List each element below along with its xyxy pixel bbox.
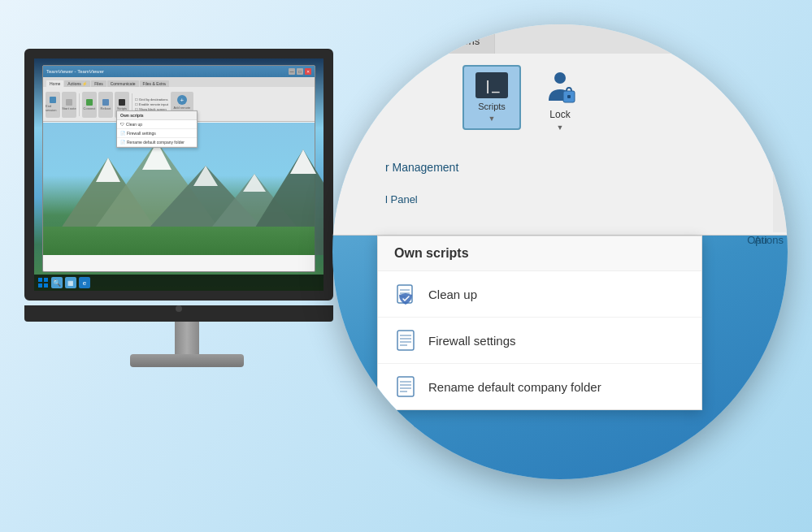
mini-tab-extra: Files & Extra: [140, 80, 169, 87]
scripts-label: Scripts: [478, 102, 506, 111]
svg-rect-13: [44, 283, 48, 288]
mini-connect: Connect: [82, 92, 97, 118]
shield-doc-icon: [394, 282, 417, 306]
monitor-stand-base: [130, 354, 244, 367]
scroll-mid-arrow[interactable]: ▼: [777, 68, 784, 76]
svg-point-35: [495, 414, 576, 447]
lock-button[interactable]: Lock ▼: [532, 65, 588, 138]
screen-taskbar: 🔍 ▦ e: [34, 275, 323, 291]
monitor-stand-neck: [175, 322, 199, 354]
scripts-button-group: |_ Scripts ▼: [462, 65, 521, 130]
svg-rect-11: [44, 278, 48, 282]
taskbar-task-icon: ▦: [65, 277, 76, 288]
lock-label: Lock: [549, 109, 570, 120]
lightning-icon: ⚡: [425, 33, 441, 49]
mini-dd-cleanup: 🛡Clean up: [117, 120, 197, 129]
firewall-icon-wrap: [394, 329, 417, 352]
svg-marker-8: [243, 174, 266, 192]
svg-marker-5: [96, 158, 120, 182]
svg-marker-9: [290, 149, 316, 174]
circle-zoom: Home ⚡ Actions rompt ▲ ▼ ▼ r Management …: [332, 24, 788, 479]
scroll-down-arrow[interactable]: ▼: [777, 80, 784, 88]
mini-close-btn: ✕: [305, 68, 311, 75]
terminal-icon: |_: [475, 72, 508, 98]
mini-tab-files: Files: [91, 80, 106, 87]
monitor-power-led: [176, 305, 182, 312]
taskbar-search-icon: 🔍: [51, 277, 63, 288]
svg-rect-16: [567, 95, 571, 98]
management-partial: r Management: [385, 161, 458, 174]
mini-dd-firewall: 📄Firewall settings: [117, 129, 197, 138]
firewall-label: Firewall settings: [428, 334, 516, 348]
svg-rect-26: [397, 377, 414, 396]
tab-actions-label: Actions: [445, 35, 480, 47]
tab-home[interactable]: Home: [349, 31, 408, 54]
mini-dd-title: Own scripts: [117, 111, 197, 120]
mini-tab-home: Home: [46, 80, 63, 87]
svg-point-14: [554, 72, 566, 84]
mini-title: TeamViewer - TeamViewer: [46, 69, 104, 74]
mini-start-note: Start note: [62, 92, 76, 118]
person-lock-icon: [542, 71, 578, 106]
svg-rect-10: [38, 278, 42, 282]
firewall-doc-icon: [395, 329, 416, 352]
scroll-up-arrow[interactable]: ▲: [777, 57, 784, 65]
dropdown-item-cleanup[interactable]: Clean up: [378, 271, 701, 318]
mini-tab-comm: Communicate: [107, 80, 139, 87]
mini-titlebar: TeamViewer - TeamViewer — □ ✕: [43, 66, 315, 77]
lock-svg: [542, 71, 578, 106]
taskbar-edge-icon: e: [79, 277, 90, 288]
ribbon-area: Home ⚡ Actions rompt ▲ ▼ ▼ r Management …: [332, 24, 788, 236]
monitor-bezel-bottom: [24, 305, 333, 322]
tab-actions[interactable]: ⚡ Actions: [410, 28, 496, 54]
mini-minimize-btn: —: [289, 68, 295, 75]
dropdown-panel: Own scripts Clean up: [377, 236, 702, 410]
dropdown-title: Own scripts: [378, 236, 701, 271]
control-panel-partial: l Panel: [385, 193, 418, 205]
ribbon-content: rompt ▲ ▼ ▼ r Management l Panel |_ Scri…: [332, 54, 788, 236]
ribbon-tabs: Home ⚡ Actions: [332, 24, 788, 54]
scripts-button[interactable]: |_ Scripts ▼: [462, 65, 521, 130]
mini-dropdown: Own scripts 🛡Clean up 📄Firewall settings…: [116, 110, 198, 148]
cleanup-label: Clean up: [428, 288, 477, 301]
rename-icon-wrap: [394, 375, 417, 398]
valley: [43, 227, 315, 255]
svg-rect-12: [38, 283, 42, 288]
mini-tab-actions: Actions ⚡: [64, 80, 90, 87]
lock-arrow: ▼: [557, 123, 564, 132]
ribbon-scrollbar[interactable]: ▲ ▼ ▼: [773, 54, 788, 232]
scripts-dropdown-arrow: ▼: [489, 115, 496, 123]
mini-maximize-btn: □: [297, 68, 303, 75]
cmd-prompt-group: rompt: [345, 60, 393, 78]
mini-separator: [79, 93, 80, 116]
dropdown-item-firewall[interactable]: Firewall settings: [378, 318, 701, 364]
mini-titlebar-buttons: — □ ✕: [289, 68, 311, 75]
cleanup-icon-wrap: [394, 283, 417, 305]
dropdown-item-rename[interactable]: Rename default company folder: [378, 364, 701, 409]
rename-label: Rename default company folder: [428, 380, 601, 394]
mini-reboot: Reboot: [98, 92, 113, 118]
monitor-screen: TeamViewer - TeamViewer — □ ✕ Home Actio…: [24, 49, 333, 301]
mini-checkboxes: ☐ Grid by destinations ☐ Enable remote i…: [135, 97, 168, 111]
options-text: Options: [747, 234, 784, 246]
monitor: TeamViewer - TeamViewer — □ ✕ Home Actio…: [24, 49, 350, 471]
lock-button-group: Lock ▼: [532, 65, 588, 138]
cmd-partial-text: rompt: [345, 60, 393, 78]
svg-rect-21: [397, 331, 414, 350]
tab-home-label: Home: [364, 37, 393, 49]
mini-app-window: TeamViewer - TeamViewer — □ ✕ Home Actio…: [42, 65, 315, 272]
rename-doc-icon: [395, 375, 416, 398]
mini-ribbon-tabs: Home Actions ⚡ Files Communicate Files &…: [43, 77, 315, 87]
mini-end-session: End session: [46, 92, 60, 118]
reboot-arrow: ▼: [763, 80, 771, 89]
win-start-icon: [37, 277, 49, 288]
mini-session-group: End session Start note: [46, 92, 76, 118]
mini-dd-rename: 📄Rename default company folder: [117, 138, 197, 147]
